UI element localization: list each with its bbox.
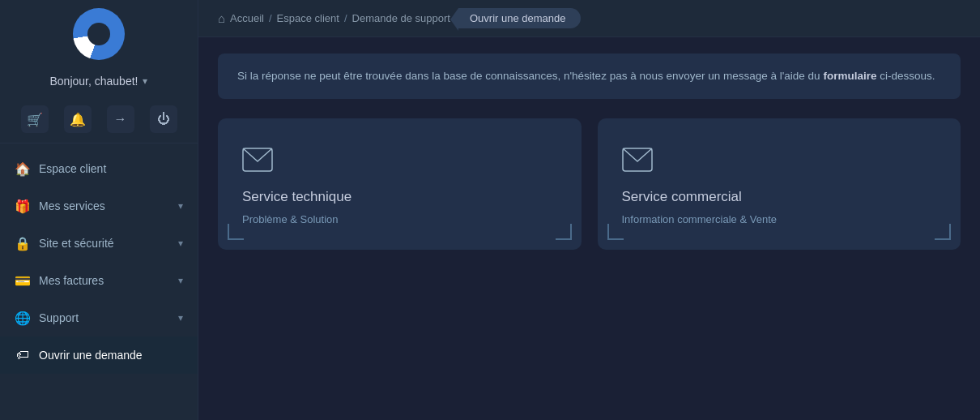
arrow-button[interactable]: → bbox=[107, 105, 134, 133]
card-title-technique: Service technique bbox=[242, 189, 352, 205]
corner-bracket-bl-technique bbox=[228, 224, 244, 240]
chevron-icon-factures: ▾ bbox=[178, 275, 183, 286]
sidebar-actions: 🛒 🔔 → ⏻ bbox=[0, 99, 198, 144]
sidebar-label-support: Support bbox=[39, 311, 178, 324]
chevron-icon-site: ▾ bbox=[178, 238, 183, 249]
info-banner: Si la réponse ne peut être trouvée dans … bbox=[218, 54, 961, 99]
logo-area bbox=[0, 0, 198, 66]
logo-circle bbox=[73, 8, 125, 60]
mail-icon-commercial bbox=[622, 148, 653, 176]
sidebar-item-mes-services[interactable]: 🎁 Mes services ▾ bbox=[0, 187, 198, 225]
corner-bracket-br-commercial bbox=[935, 224, 951, 240]
mail-icon-technique bbox=[242, 148, 273, 176]
lock-icon: 🔒 bbox=[15, 235, 31, 251]
breadcrumb-accueil[interactable]: Accueil bbox=[230, 12, 264, 24]
sidebar-item-support[interactable]: 🌐 Support ▾ bbox=[0, 299, 198, 336]
sidebar-item-mes-factures[interactable]: 💳 Mes factures ▾ bbox=[0, 262, 198, 299]
info-banner-text: Si la réponse ne peut être trouvée dans … bbox=[237, 70, 935, 82]
tag-icon: 🏷 bbox=[15, 347, 31, 363]
sidebar-label-mes-factures: Mes factures bbox=[39, 274, 178, 287]
gift-icon: 🎁 bbox=[15, 198, 31, 214]
service-card-technique[interactable]: Service technique Problème & Solution bbox=[218, 118, 582, 250]
card-icon: 💳 bbox=[15, 272, 31, 289]
card-subtitle-commercial: Information commerciale & Vente bbox=[622, 213, 777, 225]
sidebar-label-ouvrir-demande: Ouvrir une demande bbox=[39, 349, 183, 362]
user-greeting[interactable]: Bonjour, chaubet! ▾ bbox=[0, 66, 198, 99]
main-content: ⌂ Accueil / Espace client / Demande de s… bbox=[198, 0, 980, 420]
card-title-commercial: Service commercial bbox=[622, 189, 742, 205]
cart-button[interactable]: 🛒 bbox=[21, 105, 49, 133]
content-area: Si la réponse ne peut être trouvée dans … bbox=[198, 37, 980, 420]
sidebar-label-espace-client: Espace client bbox=[39, 162, 183, 175]
sidebar-nav: 🏠 Espace client 🎁 Mes services ▾ 🔒 Site … bbox=[0, 150, 198, 374]
sidebar-item-ouvrir-demande[interactable]: 🏷 Ouvrir une demande bbox=[0, 336, 198, 374]
service-card-commercial[interactable]: Service commercial Information commercia… bbox=[598, 118, 961, 250]
sidebar-item-site-securite[interactable]: 🔒 Site et sécurité ▾ bbox=[0, 225, 198, 262]
home-icon: 🏠 bbox=[15, 161, 31, 177]
breadcrumb-current: Ouvrir une demande bbox=[458, 8, 581, 28]
corner-bracket-bl-commercial bbox=[607, 224, 624, 240]
chevron-down-icon: ▾ bbox=[143, 75, 147, 87]
breadcrumb-home-icon: ⌂ bbox=[218, 11, 225, 25]
breadcrumb-espace-client[interactable]: Espace client bbox=[277, 12, 339, 24]
chevron-icon-support: ▾ bbox=[178, 312, 183, 324]
logout-button[interactable]: ⏻ bbox=[150, 105, 177, 133]
chevron-icon-services: ▾ bbox=[178, 200, 183, 212]
logo-inner bbox=[87, 23, 110, 45]
sidebar-label-site-securite: Site et sécurité bbox=[39, 237, 178, 250]
greeting-text: Bonjour, chaubet! bbox=[50, 75, 138, 88]
sidebar: Bonjour, chaubet! ▾ 🛒 🔔 → ⏻ 🏠 Espace cli… bbox=[0, 0, 198, 420]
sidebar-label-mes-services: Mes services bbox=[39, 199, 178, 212]
service-cards: Service technique Problème & Solution Se… bbox=[218, 118, 961, 250]
breadcrumb: ⌂ Accueil / Espace client / Demande de s… bbox=[198, 0, 980, 37]
corner-bracket-br-technique bbox=[556, 224, 572, 240]
breadcrumb-demande-support[interactable]: Demande de support bbox=[352, 12, 450, 24]
card-subtitle-technique: Problème & Solution bbox=[242, 213, 339, 225]
globe-icon: 🌐 bbox=[15, 310, 31, 326]
sidebar-item-espace-client[interactable]: 🏠 Espace client bbox=[0, 150, 198, 187]
bell-button[interactable]: 🔔 bbox=[64, 105, 92, 133]
